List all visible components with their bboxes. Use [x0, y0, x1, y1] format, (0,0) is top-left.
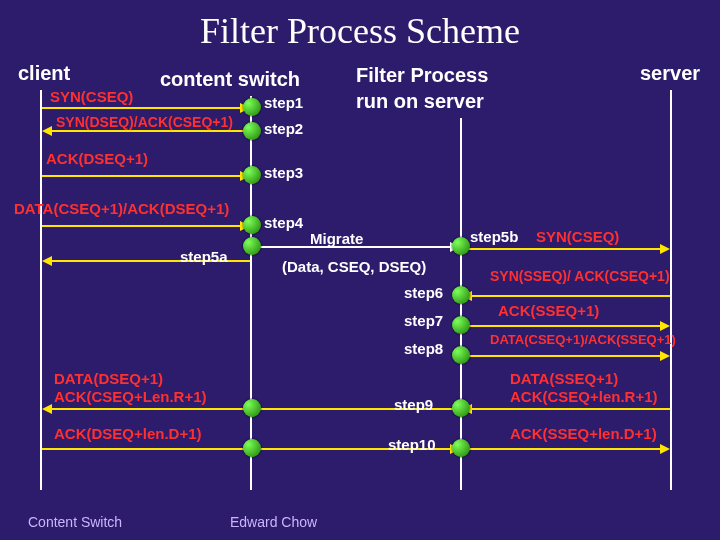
migrate2: (Data, CSEQ, DSEQ) [282, 258, 426, 275]
footer-left: Content Switch [28, 514, 122, 530]
st5a: step5a [180, 248, 228, 265]
dot [243, 399, 261, 417]
lifeline-server [670, 90, 672, 490]
lifeline-switch [250, 96, 252, 490]
arr-s5b [462, 248, 662, 250]
arr-s7 [462, 325, 662, 327]
st6: step6 [404, 284, 443, 301]
st1: step1 [264, 94, 303, 111]
msg-l6: ACK(CSEQ+Len.R+1) [54, 388, 207, 405]
arr-s9l-head [42, 404, 52, 414]
dot [452, 286, 470, 304]
arr-s8-head [660, 351, 670, 361]
lifeline-filter [460, 118, 462, 490]
footer-mid: Edward Chow [230, 514, 317, 530]
msg-r7: ACK(SSEQ+len.D+1) [510, 425, 657, 442]
arr-s3 [42, 175, 242, 177]
dot [243, 122, 261, 140]
st4: step4 [264, 214, 303, 231]
hdr-filter: Filter Process [356, 64, 488, 87]
st8: step8 [404, 340, 443, 357]
dot [452, 316, 470, 334]
msg-l4: DATA(CSEQ+1)/ACK(DSEQ+1) [14, 200, 229, 217]
st7: step7 [404, 312, 443, 329]
dot [452, 237, 470, 255]
dot [243, 216, 261, 234]
msg-r6: ACK(CSEQ+len.R+1) [510, 388, 658, 405]
arr-s1 [42, 107, 242, 109]
msg-l1: SYN(CSEQ) [50, 88, 133, 105]
msg-l3: ACK(DSEQ+1) [46, 150, 148, 167]
hdr-switch: content switch [160, 68, 300, 91]
lifeline-client [40, 90, 42, 490]
arr-s10r-head [660, 444, 670, 454]
dot [452, 399, 470, 417]
msg-l5: DATA(DSEQ+1) [54, 370, 163, 387]
arr-s7-head [660, 321, 670, 331]
migrate1: Migrate [310, 230, 363, 247]
arr-s5b-head [660, 244, 670, 254]
arr-s2 [50, 130, 250, 132]
msg-r2: SYN(SSEQ)/ ACK(CSEQ+1) [490, 268, 670, 284]
arr-s5a-head [42, 256, 52, 266]
msg-r3: ACK(SSEQ+1) [498, 302, 599, 319]
arr-s8 [462, 355, 662, 357]
dot [243, 439, 261, 457]
arr-s9r [470, 408, 670, 410]
st3: step3 [264, 164, 303, 181]
arr-s4 [42, 225, 242, 227]
dot [452, 439, 470, 457]
arr-s2-head [42, 126, 52, 136]
st10: step10 [388, 436, 436, 453]
msg-l2: SYN(DSEQ)/ACK(CSEQ+1) [56, 114, 233, 130]
st5b: step5b [470, 228, 518, 245]
msg-r4: DATA(CSEQ+1)/ACK(SSEQ+1) [490, 332, 676, 347]
st9: step9 [394, 396, 433, 413]
page-title: Filter Process Scheme [0, 10, 720, 52]
st2: step2 [264, 120, 303, 137]
dot [243, 166, 261, 184]
dot [243, 98, 261, 116]
hdr-server: server [640, 62, 700, 85]
dot [452, 346, 470, 364]
hdr-filter2: run on server [356, 90, 484, 113]
arr-s10r [462, 448, 662, 450]
msg-l7: ACK(DSEQ+len.D+1) [54, 425, 202, 442]
dot [243, 237, 261, 255]
hdr-client: client [18, 62, 70, 85]
msg-r1: SYN(CSEQ) [536, 228, 619, 245]
msg-r5: DATA(SSEQ+1) [510, 370, 618, 387]
arr-s6 [470, 295, 670, 297]
diagram-stage: Filter Process Scheme client content swi… [0, 0, 720, 540]
